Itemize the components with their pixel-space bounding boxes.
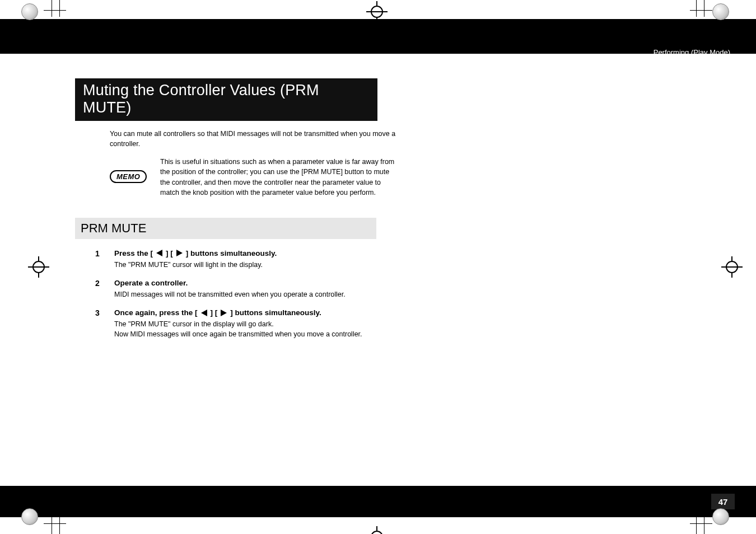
memo-label: MEMO bbox=[110, 170, 147, 183]
right-arrow-icon bbox=[221, 310, 227, 316]
registration-mark bbox=[21, 3, 44, 26]
sub-heading: PRM MUTE bbox=[75, 218, 376, 239]
step-title: Press the [ ] [ ] buttons simultaneously… bbox=[114, 249, 501, 257]
crop-mark bbox=[704, 517, 704, 534]
step-item: 2 Operate a controller. MIDI messages wi… bbox=[95, 279, 501, 299]
crop-mark bbox=[690, 523, 712, 524]
step-body: Operate a controller. MIDI messages will… bbox=[114, 279, 501, 299]
intro-text: You can mute all controllers so that MID… bbox=[110, 129, 401, 149]
step-title: Operate a controller. bbox=[114, 279, 501, 287]
crop-mark bbox=[52, 0, 52, 17]
step-body: Once again, press the [ ] [ ] buttons si… bbox=[114, 308, 501, 339]
memo-block: MEMO This is useful in situations such a… bbox=[110, 157, 401, 198]
crop-mark bbox=[696, 0, 697, 17]
main-heading: Muting the Controller Values (PRM MUTE) bbox=[75, 78, 377, 121]
step-title-part: ] buttons simultaneously. bbox=[186, 249, 277, 257]
crop-mark bbox=[44, 10, 66, 11]
steps-list: 1 Press the [ ] [ ] buttons simultaneous… bbox=[95, 249, 501, 340]
step-number: 1 bbox=[95, 249, 103, 270]
crop-mark bbox=[59, 517, 60, 534]
header-bar: Performing (Play Mode) bbox=[0, 19, 756, 54]
step-description: The "PRM MUTE" cursor will light in the … bbox=[114, 260, 501, 270]
step-title-part: ] [ bbox=[166, 249, 173, 257]
step-description: MIDI messages will not be transmitted ev… bbox=[114, 289, 501, 299]
crop-mark bbox=[704, 0, 704, 17]
step-title-part: Operate a controller. bbox=[114, 279, 188, 287]
step-title-part: ] buttons simultaneously. bbox=[230, 308, 321, 317]
registration-mark bbox=[21, 508, 44, 531]
left-arrow-icon bbox=[201, 310, 207, 316]
step-title-part: Once again, press the [ bbox=[114, 308, 198, 317]
crop-mark bbox=[59, 0, 60, 17]
crop-mark bbox=[690, 10, 712, 11]
step-item: 3 Once again, press the [ ] [ ] buttons … bbox=[95, 308, 501, 339]
memo-label-container: MEMO bbox=[110, 170, 151, 183]
step-number: 3 bbox=[95, 308, 103, 339]
left-arrow-icon bbox=[156, 250, 162, 256]
footer-bar: 47 bbox=[0, 486, 756, 517]
step-body: Press the [ ] [ ] buttons simultaneously… bbox=[114, 249, 501, 270]
step-title-part: Press the [ bbox=[114, 249, 153, 257]
memo-text: This is useful in situations such as whe… bbox=[160, 157, 401, 198]
breadcrumb: Performing (Play Mode) bbox=[654, 48, 730, 57]
page-content: Muting the Controller Values (PRM MUTE) … bbox=[75, 78, 501, 348]
page-number: 47 bbox=[711, 494, 735, 509]
right-arrow-icon bbox=[176, 250, 183, 256]
crop-mark bbox=[696, 517, 697, 534]
registration-mark bbox=[712, 3, 735, 26]
step-item: 1 Press the [ ] [ ] buttons simultaneous… bbox=[95, 249, 501, 270]
step-title-part: ] [ bbox=[211, 308, 218, 317]
crop-mark bbox=[52, 517, 52, 534]
step-title: Once again, press the [ ] [ ] buttons si… bbox=[114, 308, 501, 317]
step-description: The "PRM MUTE" cursor in the display wil… bbox=[114, 319, 501, 339]
registration-mark bbox=[712, 508, 735, 531]
crop-mark bbox=[44, 523, 66, 524]
step-number: 2 bbox=[95, 279, 103, 299]
